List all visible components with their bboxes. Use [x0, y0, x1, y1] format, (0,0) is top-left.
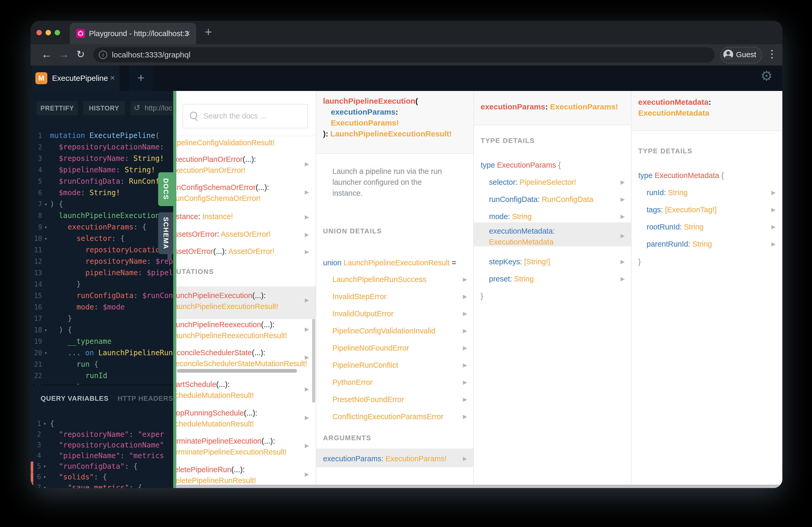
union-type-InvalidOutputError[interactable]: InvalidOutputError▶: [316, 308, 474, 319]
docs-field-executionPlanOrError[interactable]: executionPlanOrError(...):ExecutionPlanO…: [176, 154, 316, 176]
docs-argument-executionParams[interactable]: executionParams: ExecutionParams!▶: [316, 453, 474, 464]
docs-type-field-rootRunId[interactable]: rootRunId: String▶: [632, 222, 782, 232]
col1-horizontal-scrollbar[interactable]: [177, 369, 297, 373]
docs-field-reconcileSchedulerState[interactable]: reconcileSchedulerState(...):ReconcileSc…: [176, 347, 316, 369]
union-type-PresetNotFoundError[interactable]: PresetNotFoundError▶: [316, 394, 474, 405]
union-type-ConflictingExecutionParamsError[interactable]: ConflictingExecutionParamsError▶: [316, 411, 474, 422]
query-code-line[interactable]: 7▾) {: [31, 198, 173, 210]
search-input[interactable]: [203, 105, 303, 127]
query-code-line[interactable]: 12repositoryName: $repositoryName: [31, 256, 173, 267]
union-type-PythonError[interactable]: PythonError▶: [316, 377, 474, 388]
site-info-icon[interactable]: i: [99, 51, 107, 59]
union-type-InvalidStepError[interactable]: InvalidStepError▶: [316, 291, 474, 302]
vars-code-line[interactable]: 7▾"save_metrics": {: [31, 482, 173, 488]
docs-type-field-tags[interactable]: tags: [ExecutionTag!]▶: [632, 204, 782, 215]
endpoint-input[interactable]: ↺ http://loc: [130, 101, 173, 115]
playground-tab-executepipeline[interactable]: M ExecutePipeline ×: [31, 65, 120, 91]
docs-type-field-parentRunId[interactable]: parentRunId: String▶: [632, 239, 782, 250]
fold-arrow-icon[interactable]: ▾: [44, 198, 47, 210]
vars-code-line[interactable]: 1▾{: [31, 418, 173, 429]
tab-schema[interactable]: SCHEMA: [158, 212, 173, 254]
query-code-line[interactable]: 17}: [31, 313, 173, 324]
docs-item-partial[interactable]: PipelineConfigValidationResult!: [176, 137, 316, 148]
query-code-line[interactable]: 15runConfigData: $runConfigData: [31, 290, 173, 301]
browser-menu-icon[interactable]: ⋮: [767, 48, 777, 60]
docs-type-field-runId[interactable]: runId: String▶: [632, 187, 782, 198]
docs-type-field-selector[interactable]: selector: PipelineSelector!▶: [474, 177, 632, 187]
fold-arrow-icon[interactable]: ▾: [44, 324, 47, 336]
vars-code-line[interactable]: 2"repositoryName": "exper: [31, 429, 173, 440]
forward-button[interactable]: →: [58, 44, 69, 65]
query-code-line[interactable]: 14}: [31, 278, 173, 290]
address-bar[interactable]: i localhost:3333/graphql: [93, 47, 715, 62]
back-button[interactable]: ←: [41, 44, 52, 65]
query-code-line[interactable]: 9▾executionParams: {: [31, 222, 173, 233]
docs-field-assetsOrError[interactable]: assetsOrError: AssetsOrError!▶: [176, 229, 316, 240]
docs-type-field-executionMetadata[interactable]: executionMetadata:ExecutionMetadata▶: [474, 226, 632, 247]
docs-type-field-preset[interactable]: preset: String▶: [474, 273, 632, 284]
query-code-line[interactable]: 18▾) {: [31, 324, 173, 336]
docs-field-terminatePipelineExecution[interactable]: terminatePipelineExecution(...):Terminat…: [176, 436, 316, 457]
profile-button[interactable]: Guest: [721, 47, 762, 63]
query-code-line[interactable]: 6$mode: String!: [31, 187, 173, 198]
query-code-line[interactable]: 16mode: $mode: [31, 301, 173, 313]
query-code-line[interactable]: 20▾... on LaunchPipelineRunSuccess {: [31, 347, 173, 359]
union-type-PipelineRunConflict[interactable]: PipelineRunConflict▶: [316, 360, 474, 371]
tab-query-variables[interactable]: QUERY VARIABLES: [41, 394, 109, 403]
docs-horizontal-scrollbar[interactable]: [176, 485, 782, 488]
docs-field-instance[interactable]: instance: Instance!▶: [176, 211, 316, 222]
vars-code-line[interactable]: 3"repositoryLocationName": [31, 440, 173, 450]
browser-tab[interactable]: Playground - http://localhost:3 ×: [70, 23, 196, 44]
query-code-line[interactable]: 3$repositoryName: String!: [31, 153, 173, 164]
query-code-line[interactable]: 23}: [31, 381, 173, 385]
query-code-line[interactable]: 19__typename: [31, 336, 173, 347]
docs-type-field-mode[interactable]: mode: String▶: [474, 211, 632, 222]
union-type-LaunchPipelineRunSuccess[interactable]: LaunchPipelineRunSuccess▶: [316, 274, 474, 285]
query-code-line[interactable]: 8launchPipelineExecution(: [31, 210, 173, 222]
new-tab-button[interactable]: +: [199, 24, 217, 42]
minimize-window-button[interactable]: [45, 30, 51, 35]
vars-code-line[interactable]: 4"pipelineName": "metrics: [31, 450, 173, 461]
query-code-line[interactable]: 13pipelineName: $pipelineName: [31, 267, 173, 278]
docs-field-launchPipelineReexecution[interactable]: launchPipelineReexecution(...):LaunchPip…: [176, 319, 316, 341]
vars-code-line[interactable]: 5▾"runConfigData": {: [31, 461, 173, 472]
query-editor[interactable]: 1mutation ExecutePipeline(2$repositoryLo…: [31, 130, 173, 385]
query-code-line[interactable]: 4$pipelineName: String!: [31, 164, 173, 176]
query-code-line[interactable]: 11repositoryLocationName: $repositoryLoc…: [31, 244, 173, 256]
vars-code-line[interactable]: 6▾"solids": {: [31, 472, 173, 482]
fold-arrow-icon[interactable]: ▾: [43, 472, 46, 482]
docs-type-field-runConfigData[interactable]: runConfigData: RunConfigData▶: [474, 194, 632, 205]
close-window-button[interactable]: [37, 30, 42, 35]
close-playground-tab-icon[interactable]: ×: [110, 65, 115, 91]
docs-divider[interactable]: [173, 91, 176, 488]
tab-http-headers[interactable]: HTTP HEADERS: [118, 394, 173, 403]
query-code-line[interactable]: 22runId: [31, 370, 173, 381]
docs-field-deletePipelineRun[interactable]: deletePipelineRun(...):DeletePipelineRun…: [176, 464, 316, 486]
fold-arrow-icon[interactable]: ▾: [43, 482, 46, 488]
reload-button[interactable]: ↻: [76, 44, 85, 65]
query-code-line[interactable]: 21run {: [31, 359, 173, 370]
docs-field-stopRunningSchedule[interactable]: stopRunningSchedule(...):ScheduleMutatio…: [176, 407, 316, 429]
docs-field-startSchedule[interactable]: startSchedule(...):ScheduleMutationResul…: [176, 379, 316, 401]
reload-schema-icon[interactable]: ↺: [134, 101, 140, 115]
union-type-PipelineConfigValidationInvalid[interactable]: PipelineConfigValidationInvalid▶: [316, 325, 474, 336]
query-code-line[interactable]: 2$repositoryLocationName:: [31, 141, 173, 153]
union-type-PipelineNotFoundError[interactable]: PipelineNotFoundError▶: [316, 343, 474, 353]
docs-field-launchPipelineExecution[interactable]: launchPipelineExecution(...):LaunchPipel…: [176, 286, 316, 319]
tab-docs[interactable]: DOCS: [158, 172, 173, 206]
fold-arrow-icon[interactable]: ▾: [44, 233, 47, 244]
settings-gear-icon[interactable]: ⚙: [760, 68, 773, 84]
query-code-line[interactable]: 10▾selector: {: [31, 233, 173, 244]
fold-arrow-icon[interactable]: ▾: [44, 222, 47, 233]
new-playground-tab-button[interactable]: +: [129, 65, 153, 91]
variables-editor[interactable]: 1▾{2"repositoryName": "exper3"repository…: [31, 418, 173, 488]
history-button[interactable]: HISTORY: [83, 101, 125, 115]
close-tab-icon[interactable]: ×: [185, 23, 190, 44]
docs-field-runConfigSchemaOrError[interactable]: runConfigSchemaOrError(...):RunConfigSch…: [176, 182, 316, 204]
prettify-button[interactable]: PRETTIFY: [37, 101, 78, 115]
fold-arrow-icon[interactable]: ▾: [43, 418, 46, 429]
fold-arrow-icon[interactable]: ▾: [44, 347, 47, 359]
maximize-window-button[interactable]: [55, 30, 60, 35]
query-code-line[interactable]: 1mutation ExecutePipeline(: [31, 130, 173, 141]
docs-type-field-stepKeys[interactable]: stepKeys: [String!]▶: [474, 256, 632, 267]
